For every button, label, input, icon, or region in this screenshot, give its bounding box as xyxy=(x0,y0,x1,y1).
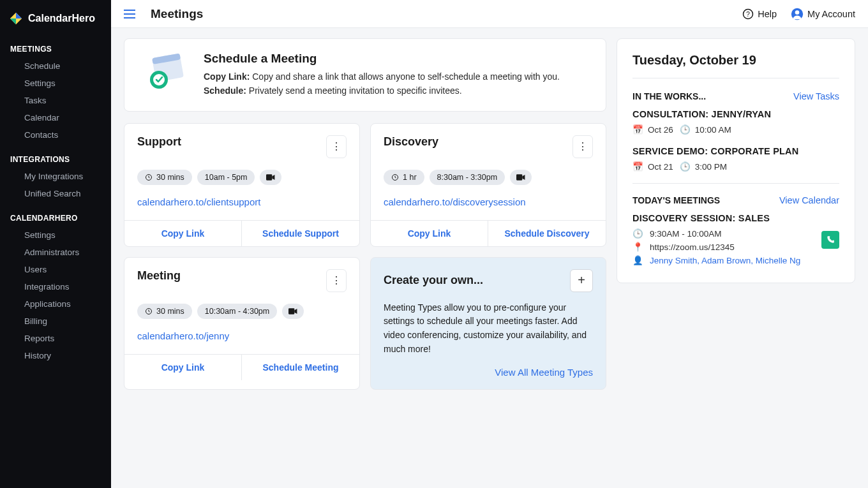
nav-group-integrations: INTEGRATIONS My Integrations Unified Sea… xyxy=(0,147,111,206)
user-icon xyxy=(791,8,804,20)
pending-event: SERVICE DEMO: CORPORATE PLAN 📅 Oct 21 🕒 … xyxy=(632,146,839,172)
todays-meeting: DISCOVERY SESSION: SALES 🕒 9:30AM - 10:0… xyxy=(632,213,839,265)
event-date: Oct 26 xyxy=(648,125,673,135)
meeting-card-support: Support ⋮ 30 mins 10am - 5pm xyxy=(124,123,360,247)
card-title: Support xyxy=(137,135,181,149)
card-menu-button[interactable]: ⋮ xyxy=(572,135,593,158)
card-title: Meeting xyxy=(137,269,181,283)
hours-badge: 10am - 5pm xyxy=(197,170,255,185)
video-badge xyxy=(510,170,532,185)
sidebar-item-calendar[interactable]: Calendar xyxy=(0,109,111,126)
main: Meetings ? Help My Account xyxy=(111,0,868,488)
sidebar-item-billing[interactable]: Billing xyxy=(0,313,111,330)
copy-link-button[interactable]: Copy Link xyxy=(371,221,488,246)
sidebar-item-unified-search[interactable]: Unified Search xyxy=(0,185,111,202)
copy-link-button[interactable]: Copy Link xyxy=(124,221,242,246)
current-date: Tuesday, October 19 xyxy=(632,53,839,78)
sidebar-item-contacts[interactable]: Contacts xyxy=(0,126,111,144)
calendar-icon: 📅 xyxy=(632,124,641,135)
clock-icon: 🕒 xyxy=(680,161,689,172)
meeting-card-discovery: Discovery ⋮ 1 hr 8:30am - 3:30pm xyxy=(370,123,606,247)
call-button[interactable] xyxy=(821,231,839,249)
create-button[interactable]: + xyxy=(570,269,593,292)
event-date: Oct 21 xyxy=(648,162,673,172)
phone-icon xyxy=(826,235,835,244)
app-name: CalendarHero xyxy=(28,13,95,24)
view-calendar-link[interactable]: View Calendar xyxy=(779,195,839,205)
clock-icon: 🕒 xyxy=(680,124,689,135)
sidebar-item-settings[interactable]: Settings xyxy=(0,75,111,92)
sidebar-item-ch-settings[interactable]: Settings xyxy=(0,226,111,244)
left-column: Schedule a Meeting Copy Link: Copy and s… xyxy=(124,38,606,390)
booking-link[interactable]: calendarhero.to/jenny xyxy=(124,323,359,354)
page-title: Meetings xyxy=(151,7,203,21)
calendar-icon: 📅 xyxy=(632,161,641,172)
copy-link-button[interactable]: Copy Link xyxy=(124,355,242,380)
help-link[interactable]: ? Help xyxy=(742,8,777,20)
card-menu-button[interactable]: ⋮ xyxy=(326,269,347,292)
schedule-button[interactable]: Schedule Meeting xyxy=(242,355,359,380)
content: Schedule a Meeting Copy Link: Copy and s… xyxy=(111,28,868,400)
schedule-button[interactable]: Schedule Discovery xyxy=(488,221,606,246)
logo-icon xyxy=(9,11,23,26)
video-badge xyxy=(260,170,281,185)
in-the-works-title: IN THE WORKS... xyxy=(632,91,706,101)
sidebar-item-tasks[interactable]: Tasks xyxy=(0,92,111,109)
account-link[interactable]: My Account xyxy=(791,8,855,20)
svg-marker-2 xyxy=(10,18,16,24)
sidebar-item-applications[interactable]: Applications xyxy=(0,295,111,313)
meeting-title: DISCOVERY SESSION: SALES xyxy=(632,213,839,223)
sidebar-item-users[interactable]: Users xyxy=(0,261,111,278)
account-label: My Account xyxy=(807,9,855,19)
sidebar-item-my-integrations[interactable]: My Integrations xyxy=(0,168,111,185)
meeting-time: 9:30AM - 10:00AM xyxy=(650,229,722,239)
sidebar-item-administrators[interactable]: Administrators xyxy=(0,244,111,261)
svg-text:?: ? xyxy=(746,10,750,17)
nav-group-calendarhero: CALENDARHERO Settings Administrators Use… xyxy=(0,206,111,368)
event-time: 3:00 PM xyxy=(695,162,727,172)
schedule-button[interactable]: Schedule Support xyxy=(242,221,359,246)
event-title: CONSULTATION: JENNY/RYAN xyxy=(632,109,839,119)
hero-line-copy: Copy Link: Copy and share a link that al… xyxy=(204,70,560,84)
nav-group-title: CALENDARHERO xyxy=(0,210,111,226)
booking-link[interactable]: calendarhero.to/clientsupport xyxy=(124,189,359,220)
hero-line-schedule: Schedule: Privately send a meeting invit… xyxy=(204,84,560,98)
todays-meetings-title: TODAY'S MEETINGS xyxy=(632,195,720,205)
event-time: 10:00 AM xyxy=(695,125,731,135)
card-title: Discovery xyxy=(384,135,438,149)
video-icon xyxy=(266,174,275,181)
sidebar-item-history[interactable]: History xyxy=(0,347,111,364)
schedule-panel: Tuesday, October 19 IN THE WORKS... View… xyxy=(617,38,855,283)
duration-badge: 1 hr xyxy=(384,170,424,185)
card-menu-button[interactable]: ⋮ xyxy=(326,135,347,158)
video-icon xyxy=(288,308,297,314)
view-tasks-link[interactable]: View Tasks xyxy=(793,91,839,101)
sidebar-item-schedule[interactable]: Schedule xyxy=(0,57,111,75)
sidebar-item-reports[interactable]: Reports xyxy=(0,330,111,347)
video-badge xyxy=(282,304,304,319)
duration-badge: 30 mins xyxy=(137,304,192,319)
location-icon: 📍 xyxy=(632,242,643,252)
meeting-attendees[interactable]: Jenny Smith, Adam Brown, Michelle Ng xyxy=(650,256,800,265)
duration-badge: 30 mins xyxy=(137,170,192,185)
create-title: Create your own... xyxy=(384,274,483,287)
nav-group-title: INTEGRATIONS xyxy=(0,151,111,168)
help-label: Help xyxy=(758,9,777,19)
create-meeting-type-card: Create your own... + Meeting Types allow… xyxy=(370,257,606,390)
nav-group-meetings: MEETINGS Schedule Settings Tasks Calenda… xyxy=(0,37,111,147)
topbar: Meetings ? Help My Account xyxy=(111,0,868,28)
svg-rect-14 xyxy=(516,174,522,180)
clock-icon xyxy=(145,307,153,315)
create-description: Meeting Types allow you to pre-configure… xyxy=(384,301,593,357)
app-logo[interactable]: CalendarHero xyxy=(0,6,111,37)
clock-icon xyxy=(391,174,399,181)
hamburger-icon[interactable] xyxy=(124,10,135,18)
view-all-meeting-types-link[interactable]: View All Meeting Types xyxy=(384,357,593,378)
meeting-cards-grid: Support ⋮ 30 mins 10am - 5pm xyxy=(124,123,606,390)
booking-link[interactable]: calendarhero.to/discoverysession xyxy=(371,189,606,220)
nav-group-title: MEETINGS xyxy=(0,41,111,57)
svg-rect-16 xyxy=(288,308,294,314)
clock-icon xyxy=(145,174,153,181)
hero-title: Schedule a Meeting xyxy=(204,52,560,66)
sidebar-item-ch-integrations[interactable]: Integrations xyxy=(0,278,111,295)
